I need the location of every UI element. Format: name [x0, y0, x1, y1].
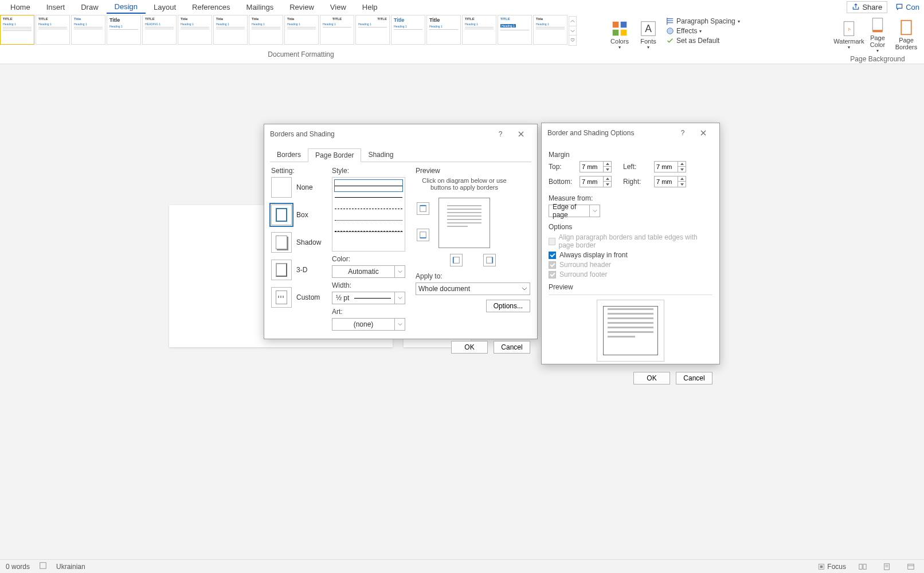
setting-shadow[interactable]: Shadow — [271, 232, 322, 253]
surround-header-checkbox: Surround header — [549, 261, 712, 269]
options-button[interactable]: Options... — [486, 300, 530, 312]
svg-text:A: A — [645, 23, 652, 34]
ribbon-content: TITLEHeading 1 TITLEHeading 1 TitleHeadi… — [0, 14, 924, 64]
theme-card[interactable]: TitleHeading 1 — [391, 15, 425, 45]
theme-card[interactable]: TitleHeading 1 — [107, 15, 141, 45]
theme-gallery[interactable]: TITLEHeading 1 TITLEHeading 1 TitleHeadi… — [0, 14, 602, 47]
preview-page[interactable] — [438, 198, 490, 248]
tab-mailings[interactable]: Mailings — [238, 1, 282, 13]
bottom-label: Bottom: — [549, 178, 576, 186]
gallery-more[interactable] — [569, 36, 576, 45]
close-icon — [700, 130, 706, 136]
margin-right-spinner[interactable] — [654, 176, 686, 187]
tab-home[interactable]: Home — [2, 1, 38, 13]
tab-design[interactable]: Design — [107, 1, 146, 14]
effects-button[interactable]: Effects▾ — [666, 27, 740, 35]
tab-help[interactable]: Help — [354, 1, 386, 13]
cancel-button[interactable]: Cancel — [676, 372, 712, 384]
setting-custom[interactable]: Custom — [271, 287, 322, 308]
measure-from-combo[interactable]: Edge of page — [549, 205, 600, 217]
theme-card[interactable]: TitleHeading 1 — [71, 15, 105, 45]
print-layout-button[interactable] — [879, 562, 894, 572]
margin-left-spinner[interactable] — [654, 161, 686, 172]
watermark-button[interactable]: A Watermark▾ — [835, 15, 863, 55]
theme-card[interactable]: TitleHeading 1 — [426, 15, 461, 45]
theme-card[interactable]: TitleHeading 1 — [178, 15, 212, 45]
fonts-button[interactable]: A Fonts▾ — [634, 15, 663, 55]
page-color-button[interactable]: Page Color▾ — [863, 15, 892, 55]
gallery-down[interactable] — [569, 26, 576, 36]
spellcheck-icon[interactable] — [39, 562, 47, 571]
theme-card[interactable]: TitleHeading 1 — [533, 15, 567, 45]
style-list[interactable] — [332, 177, 405, 252]
theme-card[interactable]: TITLEHEADING 1 — [142, 15, 177, 45]
borders-shading-dialog: Borders and Shading ? Borders Page Borde… — [264, 124, 538, 339]
theme-card[interactable]: TITLEHeading 1 — [355, 15, 390, 45]
cancel-button[interactable]: Cancel — [494, 341, 530, 354]
focus-button[interactable]: Focus — [818, 563, 846, 571]
style-option[interactable] — [335, 191, 402, 203]
language-status[interactable]: Ukrainian — [56, 563, 85, 571]
word-count[interactable]: 0 words — [6, 563, 30, 571]
preview-diagram[interactable] — [416, 194, 513, 252]
colors-button[interactable]: Colors▾ — [605, 15, 634, 55]
tab-shading[interactable]: Shading — [361, 148, 400, 162]
tab-borders[interactable]: Borders — [270, 148, 308, 162]
margin-left-input[interactable] — [655, 163, 678, 170]
theme-card[interactable]: TitleHeading 1 — [284, 15, 319, 45]
set-default-button[interactable]: Set as Default — [666, 37, 740, 45]
margin-right-input[interactable] — [655, 178, 678, 185]
close-button[interactable] — [511, 128, 531, 140]
margin-top-input[interactable] — [580, 163, 603, 170]
style-option[interactable] — [335, 226, 402, 237]
comments-button[interactable]: Con — [891, 2, 922, 13]
edge-left-button[interactable] — [450, 254, 463, 266]
margin-top-spinner[interactable] — [580, 161, 612, 172]
close-button[interactable] — [693, 127, 714, 139]
tab-insert[interactable]: Insert — [38, 1, 73, 13]
dialog-titlebar[interactable]: Border and Shading Options ? — [542, 123, 719, 143]
width-combo[interactable]: ½ pt — [332, 292, 405, 304]
color-combo[interactable]: Automatic — [332, 265, 405, 278]
setting-box[interactable]: Box — [271, 205, 322, 225]
theme-card[interactable]: TITLEHeading 1 — [498, 15, 532, 45]
edge-top-button[interactable] — [417, 202, 429, 215]
setting-none[interactable]: None — [271, 177, 322, 198]
theme-card[interactable]: TitleHeading 1 — [213, 15, 248, 45]
margin-bottom-input[interactable] — [580, 178, 603, 185]
theme-card[interactable]: TITLEHeading 1 — [0, 15, 34, 45]
style-option[interactable] — [335, 180, 402, 191]
ok-button[interactable]: OK — [633, 372, 670, 384]
always-front-checkbox[interactable]: Always display in front — [549, 251, 712, 259]
theme-card[interactable]: TitleHeading 1 — [249, 15, 283, 45]
theme-card[interactable]: TITLEHeading 1 — [462, 15, 496, 45]
help-button[interactable]: ? — [490, 128, 511, 140]
theme-card[interactable]: TITLEHeading 1 — [36, 15, 70, 45]
art-combo[interactable]: (none) — [332, 318, 405, 331]
paragraph-spacing-button[interactable]: Paragraph Spacing▾ — [666, 17, 740, 25]
margin-bottom-spinner[interactable] — [580, 176, 612, 187]
tab-layout[interactable]: Layout — [146, 1, 184, 13]
theme-card[interactable]: TITLEHeading 1 — [320, 15, 354, 45]
gallery-up[interactable] — [569, 17, 576, 26]
effects-icon — [666, 27, 674, 35]
tab-references[interactable]: References — [184, 1, 238, 13]
setting-3d[interactable]: 3-D — [271, 260, 322, 280]
ok-button[interactable]: OK — [451, 341, 488, 354]
dialog-titlebar[interactable]: Borders and Shading ? — [264, 124, 537, 144]
style-option[interactable] — [335, 203, 402, 214]
share-button[interactable]: Share — [847, 1, 887, 13]
tab-draw[interactable]: Draw — [73, 1, 106, 13]
tab-page-border[interactable]: Page Border — [308, 148, 361, 162]
edge-right-button[interactable] — [483, 254, 496, 266]
edge-bottom-button[interactable] — [417, 229, 429, 241]
apply-to-combo[interactable]: Whole document — [416, 282, 530, 295]
web-layout-button[interactable] — [903, 562, 918, 572]
read-mode-button[interactable] — [855, 562, 870, 572]
tab-review[interactable]: Review — [281, 1, 322, 13]
tab-view[interactable]: View — [322, 1, 354, 13]
page-borders-button[interactable]: Page Borders — [892, 15, 921, 55]
gallery-scroll[interactable] — [569, 16, 577, 46]
style-option[interactable] — [335, 214, 402, 226]
help-button[interactable]: ? — [672, 127, 693, 139]
